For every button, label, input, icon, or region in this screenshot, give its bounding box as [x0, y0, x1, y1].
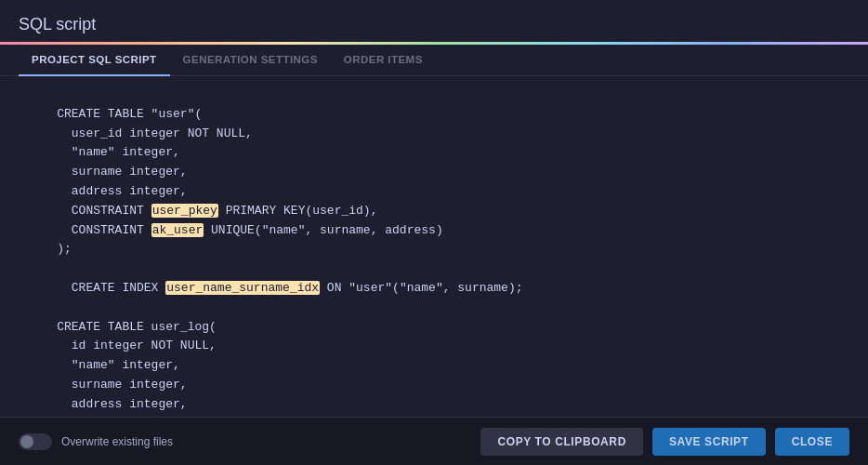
sql-script-dialog: SQL script PROJECT SQL SCRIPT GENERATION… — [0, 0, 868, 465]
code-line: surname integer, — [28, 376, 849, 395]
tab-generation-settings[interactable]: GENERATION SETTINGS — [170, 45, 331, 76]
footer-right: COPY TO CLIPBOARD SAVE SCRIPT CLOSE — [480, 428, 849, 456]
highlight-user-pkey: user_pkey — [151, 204, 218, 218]
copy-to-clipboard-button[interactable]: COPY TO CLIPBOARD — [480, 428, 642, 456]
code-line: address integer, — [28, 395, 849, 415]
code-line: CONSTRAINT user_pkey PRIMARY KEY(user_id… — [28, 202, 849, 221]
tab-order-items[interactable]: ORDER ITEMS — [331, 45, 436, 76]
code-line: CREATE INDEX user_name_surname_idx ON "u… — [28, 279, 849, 299]
code-line: "name" integer, — [28, 143, 849, 163]
code-line: ); — [28, 240, 849, 259]
code-line: user_id integer NOT NULL, — [28, 125, 849, 144]
tab-project-sql[interactable]: PROJECT SQL SCRIPT — [19, 45, 170, 76]
code-line: CREATE TABLE user_log( — [28, 318, 849, 338]
footer-left: Overwrite existing files — [19, 433, 173, 450]
highlight-ak-user: ak_user — [151, 223, 204, 237]
code-line — [28, 259, 849, 279]
code-line — [28, 299, 849, 318]
code-line — [28, 86, 849, 105]
toggle-knob — [20, 435, 33, 448]
title-bar: SQL script — [0, 0, 868, 42]
dialog-title: SQL script — [19, 15, 96, 34]
highlight-user-name-surname-idx: user_name_surname_idx — [165, 281, 320, 295]
code-line: address integer, — [28, 182, 849, 202]
overwrite-toggle[interactable] — [19, 433, 52, 450]
footer: Overwrite existing files COPY TO CLIPBOA… — [0, 417, 868, 465]
code-line: CREATE TABLE "user"( — [28, 105, 849, 125]
close-button[interactable]: CLOSE — [775, 428, 849, 456]
code-line: surname integer, — [28, 163, 849, 182]
code-line: "name" integer, — [28, 356, 849, 376]
overwrite-label: Overwrite existing files — [61, 435, 173, 448]
code-line: CONSTRAINT ak_user UNIQUE("name", surnam… — [28, 221, 849, 241]
sql-code-area: CREATE TABLE "user"( user_id integer NOT… — [0, 76, 868, 417]
save-script-button[interactable]: SAVE SCRIPT — [652, 428, 766, 456]
tabs-bar: PROJECT SQL SCRIPT GENERATION SETTINGS O… — [0, 45, 868, 76]
code-line: id integer NOT NULL, — [28, 337, 849, 356]
